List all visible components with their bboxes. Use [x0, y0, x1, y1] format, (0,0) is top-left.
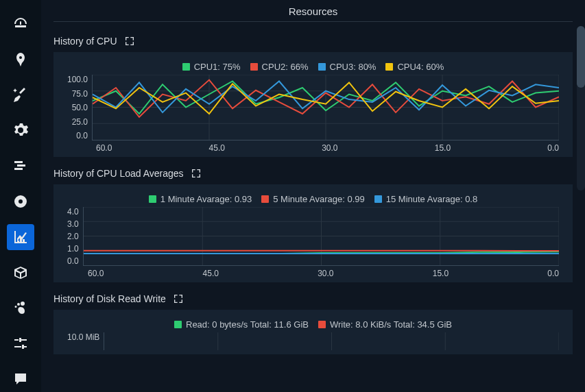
legend-swatch: [385, 63, 393, 71]
legend-swatch: [149, 195, 156, 203]
dashboard-icon: [12, 16, 29, 32]
legend-label: 1 Minute Avarage: 0.93: [160, 194, 252, 204]
loadavg-history-panel: History of CPU Load Averages 1 Minute Av…: [53, 158, 573, 282]
legend-item: CPU1: 75%: [182, 62, 241, 72]
box-icon: [12, 265, 29, 281]
rocket-icon: [12, 51, 29, 68]
x-tick: 60.0: [88, 269, 104, 278]
y-tick: 100.0: [67, 75, 88, 84]
y-axis: 4.0 3.0 2.0 1.0 0.0: [67, 207, 83, 266]
y-tick: 75.0: [72, 89, 88, 99]
sidebar-item-processes[interactable]: [7, 153, 34, 179]
x-tick: 0.0: [547, 269, 559, 278]
x-tick: 0.0: [547, 143, 559, 153]
cpu-plot-area: [92, 75, 559, 140]
sidebar-item-startup[interactable]: [7, 47, 34, 73]
legend-item: 15 Minute Avarage: 0.8: [374, 194, 477, 204]
sidebar-item-apt[interactable]: [7, 260, 34, 286]
y-axis: 10.0 MiB: [67, 332, 104, 350]
loadavg-plot-area: [83, 207, 559, 266]
panel-header: History of CPU: [53, 26, 573, 52]
legend-label: CPU3: 80%: [330, 62, 377, 72]
y-tick: 50.0: [72, 103, 88, 112]
legend-item: 5 Minute Avarage: 0.99: [261, 194, 364, 204]
legend-item: CPU3: 80%: [318, 62, 377, 72]
loadavg-legend: 1 Minute Avarage: 0.93 5 Minute Avarage:…: [67, 194, 559, 204]
legend-swatch: [250, 63, 258, 71]
expand-icon[interactable]: [191, 168, 202, 179]
legend-swatch: [318, 63, 326, 71]
y-axis: 100.0 75.0 50.0 25.0 0.0: [67, 75, 92, 140]
y-tick: 0.0: [67, 256, 79, 266]
disc-icon: [12, 193, 29, 210]
x-tick: 45.0: [203, 269, 219, 278]
sidebar-item-dashboard[interactable]: [7, 11, 34, 37]
cpu-legend: CPU1: 75% CPU2: 66% CPU3: 80% CPU4: 60%: [67, 62, 559, 72]
panel-title: History of CPU: [53, 36, 117, 47]
y-tick: 3.0: [67, 219, 79, 229]
cpu-history-panel: History of CPU CPU1: 75% CPU2: 66% CPU3:…: [53, 26, 573, 157]
foot-icon: [12, 299, 29, 316]
x-tick: 30.0: [322, 143, 337, 153]
x-tick: 15.0: [435, 143, 451, 153]
sidebar-item-packages[interactable]: [7, 188, 34, 215]
y-tick: 4.0: [67, 207, 79, 217]
y-tick: 0.0: [76, 131, 88, 140]
disk-chart: Read: 0 bytes/s Total: 11.6 GiB Write: 8…: [53, 310, 573, 354]
chart-icon: [12, 229, 29, 245]
x-axis: 60.0 45.0 30.0 15.0 0.0: [96, 140, 559, 153]
panel-header: History of CPU Load Averages: [53, 158, 573, 184]
legend-label: Write: 8.0 KiB/s Total: 34.5 GiB: [330, 319, 452, 330]
sidebar-item-resources[interactable]: [7, 224, 34, 250]
panel-title: History of Disk Read Write: [53, 293, 166, 304]
x-axis: 60.0 45.0 30.0 15.0 0.0: [88, 266, 559, 278]
scrollbar-thumb[interactable]: [577, 26, 585, 88]
panel-header: History of Disk Read Write: [53, 284, 573, 310]
legend-item: CPU2: 66%: [250, 62, 309, 72]
page-title: Resources: [53, 0, 573, 22]
broom-icon: [12, 87, 29, 103]
legend-item: Write: 8.0 KiB/s Total: 34.5 GiB: [318, 319, 452, 330]
expand-icon[interactable]: [173, 293, 184, 304]
panel-title: History of CPU Load Averages: [53, 168, 184, 179]
legend-label: CPU4: 60%: [397, 62, 444, 72]
x-tick: 15.0: [433, 269, 449, 278]
disk-history-panel: History of Disk Read Write Read: 0 bytes…: [53, 284, 573, 354]
legend-swatch: [318, 321, 326, 328]
legend-label: CPU2: 66%: [262, 62, 309, 72]
y-tick: 2.0: [67, 232, 79, 241]
sliders-icon: [12, 335, 29, 352]
sidebar-item-settings[interactable]: [7, 330, 34, 356]
legend-item: CPU4: 60%: [385, 62, 444, 72]
x-tick: 60.0: [96, 143, 112, 153]
main-content: Resources History of CPU CPU1: 75% CPU2:…: [41, 0, 585, 392]
x-tick: 30.0: [318, 269, 333, 278]
legend-label: 15 Minute Avarage: 0.8: [386, 194, 477, 204]
expand-icon[interactable]: [124, 36, 135, 47]
legend-swatch: [374, 195, 382, 203]
sidebar-item-feedback[interactable]: [7, 366, 34, 392]
sidebar: [0, 0, 41, 392]
sidebar-item-gnome[interactable]: [7, 295, 34, 321]
gear-icon: [12, 122, 29, 138]
legend-swatch: [182, 63, 190, 71]
legend-label: CPU1: 75%: [194, 62, 241, 72]
y-tick: 1.0: [67, 244, 79, 254]
sidebar-item-services[interactable]: [7, 117, 34, 143]
legend-item: Read: 0 bytes/s Total: 11.6 GiB: [174, 319, 309, 330]
message-icon: [12, 371, 29, 387]
x-tick: 45.0: [209, 143, 225, 153]
disk-legend: Read: 0 bytes/s Total: 11.6 GiB Write: 8…: [67, 319, 559, 330]
legend-label: Read: 0 bytes/s Total: 11.6 GiB: [186, 319, 309, 330]
sidebar-item-cleaner[interactable]: [7, 82, 34, 108]
legend-swatch: [174, 321, 182, 328]
windows-icon: [12, 158, 29, 174]
legend-swatch: [261, 195, 269, 203]
legend-label: 5 Minute Avarage: 0.99: [273, 194, 364, 204]
disk-plot-area: [104, 332, 559, 350]
vertical-scrollbar[interactable]: [577, 26, 585, 191]
legend-item: 1 Minute Avarage: 0.93: [149, 194, 252, 204]
y-tick: 25.0: [72, 117, 88, 127]
y-tick: 10.0 MiB: [67, 332, 99, 342]
loadavg-chart: 1 Minute Avarage: 0.93 5 Minute Avarage:…: [53, 184, 573, 282]
